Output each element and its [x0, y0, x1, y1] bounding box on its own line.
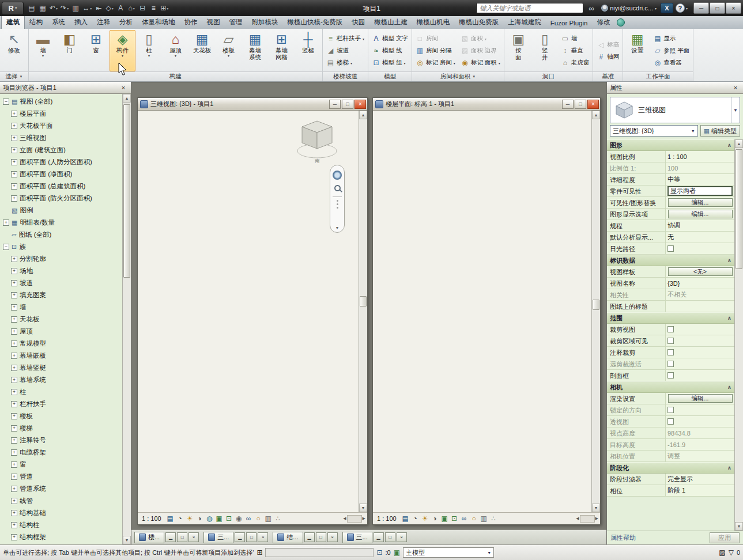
ribbon-tab-5[interactable]: 分析: [115, 16, 137, 29]
ribbon-button[interactable]: ┼竖梃: [295, 30, 321, 71]
instance-filter-select[interactable]: 三维视图: {3D} ▼: [610, 125, 698, 137]
scroll-up-icon[interactable]: ▲: [123, 94, 131, 103]
tree-item[interactable]: −⊡族: [0, 241, 122, 253]
tree-item[interactable]: +电缆桥架: [0, 447, 122, 459]
ribbon-button[interactable]: ◎标记 房间▾: [413, 57, 458, 69]
view-minimize-button[interactable]: ─: [562, 100, 574, 109]
search-input[interactable]: [476, 3, 583, 13]
scroll-thumb[interactable]: [593, 300, 599, 310]
tab-restore-button[interactable]: □: [316, 532, 326, 542]
ribbon-tab-4[interactable]: 注释: [92, 16, 115, 29]
viewcube[interactable]: 南: [291, 115, 344, 168]
ribbon-tab-7[interactable]: 协作: [180, 16, 202, 29]
ribbon-button[interactable]: ◉标记 面积▾: [458, 57, 503, 69]
view-titlebar[interactable]: 楼层平面: 标高 1 - 项目1 ─ □ ×: [373, 98, 600, 111]
tab-close-button[interactable]: ×: [188, 532, 199, 542]
tree-item[interactable]: +结构框架: [0, 531, 122, 543]
temporary-hide-isolate-icon[interactable]: ∞: [459, 514, 469, 523]
expand-icon[interactable]: +: [11, 510, 17, 516]
tree-item[interactable]: ▱图纸 (全部): [0, 229, 122, 241]
maximize-button[interactable]: □: [710, 2, 725, 14]
ribbon-button[interactable]: ▱楼板▾: [216, 30, 242, 71]
ribbon-button[interactable]: ◧门: [56, 30, 82, 71]
tree-item[interactable]: +场地: [0, 265, 122, 277]
show-crop-region-icon[interactable]: ⊡: [450, 514, 459, 523]
reveal-hidden-elements-icon[interactable]: ○: [469, 514, 479, 523]
ribbon-button[interactable]: ↖修改: [1, 30, 27, 71]
aligned-dimension-icon[interactable]: ⇤: [93, 2, 104, 14]
temporary-view-properties-icon[interactable]: ▥: [263, 514, 273, 523]
tree-item[interactable]: +管道: [0, 471, 122, 483]
ribbon-tab-10[interactable]: 附加模块: [247, 16, 283, 29]
expand-icon[interactable]: +: [11, 256, 17, 262]
tree-item[interactable]: +注释符号: [0, 434, 122, 447]
edit-button[interactable]: <无>: [668, 267, 733, 276]
expand-icon[interactable]: +: [11, 461, 17, 468]
view-canvas-3d[interactable]: 南 ▼: [138, 111, 359, 512]
expand-icon[interactable]: +: [11, 474, 17, 480]
panel-label[interactable]: 楼梯坡道: [323, 71, 368, 81]
tree-item[interactable]: +天花板: [0, 313, 122, 326]
tree-item[interactable]: +分割轮廓: [0, 253, 122, 265]
ribbon-tab-0[interactable]: 建筑: [1, 16, 25, 29]
edit-button[interactable]: 编辑...: [668, 394, 733, 403]
tree-item[interactable]: +幕墙竖梃: [0, 362, 122, 374]
tree-item[interactable]: +屋顶: [0, 326, 122, 338]
visual-style-icon[interactable]: ◔: [175, 514, 185, 523]
collapse-icon[interactable]: −: [3, 99, 9, 105]
tree-item[interactable]: +幕墙嵌板: [0, 350, 122, 362]
value-text[interactable]: 不相关: [667, 290, 687, 299]
value-text[interactable]: 调整: [667, 452, 680, 460]
help-button[interactable]: ? ▾: [676, 3, 688, 13]
edit-type-button[interactable]: ▦ 编辑类型: [700, 125, 740, 137]
view-canvas-plan[interactable]: [373, 111, 591, 512]
checkbox[interactable]: [667, 407, 674, 413]
scroll-down-icon[interactable]: ▼: [123, 536, 131, 544]
sun-path-icon[interactable]: ☀: [185, 514, 195, 523]
expand-icon[interactable]: +: [11, 353, 17, 359]
ribbon-tab-13[interactable]: 橄榄山土建: [369, 16, 412, 29]
checkbox[interactable]: [667, 372, 674, 379]
value-text[interactable]: 中等: [667, 175, 680, 184]
expand-icon[interactable]: +: [11, 413, 17, 419]
edit-button[interactable]: 编辑...: [668, 198, 733, 207]
horizontal-scrollbar[interactable]: ◀▶: [343, 515, 365, 523]
ribbon-button[interactable]: ◎查看器: [651, 57, 692, 69]
switch-windows-icon[interactable]: ⊞▾: [159, 2, 169, 14]
tab-minimize-button[interactable]: ▁: [165, 532, 176, 542]
ribbon-button[interactable]: ▦设置: [624, 30, 650, 71]
tab-minimize-button[interactable]: ▁: [374, 532, 384, 542]
tree-item[interactable]: +面积平面 (防火分区面积): [0, 192, 122, 205]
tree-item[interactable]: +面积平面 (净面积): [0, 168, 122, 180]
close-icon[interactable]: ×: [119, 84, 128, 91]
zoom-icon[interactable]: [334, 185, 341, 191]
tree-item[interactable]: +面积平面 (总建筑面积): [0, 180, 122, 192]
text-icon[interactable]: A: [115, 2, 126, 14]
expand-icon[interactable]: +: [11, 147, 17, 153]
ribbon-button[interactable]: ▦天花板: [189, 30, 215, 71]
ribbon-button[interactable]: ↕垂直: [559, 45, 592, 57]
view-scrollbar[interactable]: ▲ ▼: [359, 111, 367, 512]
reveal-constraints-icon[interactable]: ∴: [489, 514, 499, 523]
ribbon-button[interactable]: ▭墙: [559, 33, 592, 45]
ribbon-tab-11[interactable]: 橄榄山快模-免费版: [283, 16, 348, 29]
ribbon-tab-14[interactable]: 橄榄山机电: [412, 16, 455, 29]
visual-style-icon[interactable]: ◔: [410, 514, 420, 523]
chevron-down-icon[interactable]: ▼: [731, 97, 740, 123]
tree-item[interactable]: +结构基础: [0, 507, 122, 519]
tab-restore-button[interactable]: □: [385, 532, 395, 542]
ribbon-button[interactable]: ▱参照 平面: [651, 45, 692, 57]
view-scale[interactable]: 1 : 100: [375, 515, 399, 522]
redo-icon[interactable]: ↷▾: [59, 2, 70, 14]
tree-item[interactable]: +幕墙系统: [0, 374, 122, 386]
window-tab-0[interactable]: 楼...: [134, 532, 164, 543]
detail-level-icon[interactable]: ▤: [401, 514, 410, 523]
ribbon-button[interactable]: ▬墙▾: [30, 30, 56, 71]
expand-icon[interactable]: +: [11, 123, 17, 129]
type-selector[interactable]: 三维视图 ▼: [610, 97, 740, 123]
checkbox[interactable]: [667, 349, 674, 355]
ribbon-tab-8[interactable]: 视图: [202, 16, 225, 29]
tab-restore-button[interactable]: □: [246, 532, 257, 542]
scroll-thumb[interactable]: [123, 104, 130, 278]
expand-icon[interactable]: +: [11, 498, 17, 504]
